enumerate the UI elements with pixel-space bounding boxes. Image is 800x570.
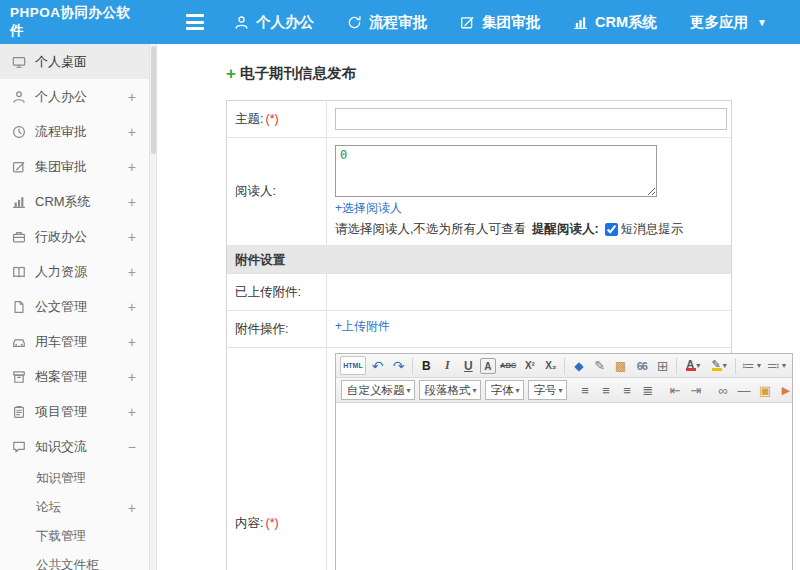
expand-icon[interactable]: + (128, 124, 136, 140)
editor-content-area[interactable] (336, 403, 792, 570)
sidebar-item-personal-desktop[interactable]: 个人桌面 (0, 44, 149, 79)
expand-icon[interactable]: + (128, 89, 136, 105)
sidebar-item-knowledge-exchange[interactable]: 知识交流 − (0, 429, 149, 464)
align-justify-button[interactable]: ≣ (639, 381, 658, 400)
sidebar-item-personal-office[interactable]: 个人办公 + (0, 79, 149, 114)
sidebar-item-human-resources[interactable]: 人力资源 + (0, 254, 149, 289)
topnav-process-approval[interactable]: 流程审批 (347, 13, 427, 32)
readers-hint-text: 请选择阅读人,不选为所有人可查看 (335, 221, 526, 238)
redo-button[interactable]: ↷ (389, 356, 408, 375)
sidebar-item-crm-system[interactable]: CRM系统 + (0, 184, 149, 219)
expand-icon[interactable]: + (128, 404, 136, 420)
format-painter-button[interactable]: ✎ (590, 356, 609, 375)
expand-icon[interactable]: + (128, 159, 136, 175)
toolbar-separator (735, 358, 736, 374)
unordered-list-button[interactable]: ≔ ▾ (740, 356, 763, 375)
sidebar-item-label: 用车管理 (35, 333, 87, 351)
topnav-group-approval[interactable]: 集团审批 (460, 13, 540, 32)
indent-button[interactable]: ⇥ (687, 381, 706, 400)
sidebar-item-label: 个人桌面 (35, 53, 87, 71)
collapse-icon[interactable]: − (128, 439, 136, 455)
ordered-list-button[interactable]: ≕ ▾ (765, 356, 788, 375)
form-row-attachment-ops: 附件操作: +上传附件 (227, 311, 731, 348)
form-row-content: 内容: (*) HTML ↶ ↷ B I U A ABC X² (227, 348, 731, 570)
subject-input[interactable] (335, 108, 727, 130)
expand-icon[interactable]: + (128, 229, 136, 245)
expand-icon[interactable]: + (128, 264, 136, 280)
sidebar-item-group-approval[interactable]: 集团审批 + (0, 149, 149, 184)
horizontal-rule-button[interactable]: — (735, 381, 754, 400)
sidebar-subitem-public-file-cabinet[interactable]: 公共文件柜 (0, 551, 149, 570)
content-label: 内容: (*) (227, 348, 327, 570)
text-format-button[interactable]: A (480, 358, 496, 374)
align-right-button[interactable]: ≡ (618, 381, 637, 400)
undo-button[interactable]: ↶ (368, 356, 387, 375)
desktop-icon (12, 55, 26, 69)
choose-readers-link[interactable]: +选择阅读人 (335, 201, 402, 215)
sms-notify-checkbox[interactable] (605, 223, 618, 236)
source-code-button[interactable]: HTML (340, 356, 366, 375)
insert-table-button[interactable]: ⊞ (653, 356, 672, 375)
italic-button[interactable]: I (438, 356, 457, 375)
sidebar-item-vehicle-management[interactable]: 用车管理 + (0, 324, 149, 359)
topnav-personal-office[interactable]: 个人办公 (234, 13, 314, 32)
superscript-button[interactable]: X² (520, 356, 539, 375)
expand-icon[interactable]: + (128, 500, 136, 516)
briefcase-icon (12, 230, 26, 244)
toolbar-separator (676, 358, 677, 374)
sms-notify-option[interactable]: 短消息提示 (605, 221, 684, 238)
expand-icon[interactable]: + (128, 369, 136, 385)
blockquote-button[interactable]: 66 (632, 356, 651, 375)
sidebar-item-admin-office[interactable]: 行政办公 + (0, 219, 149, 254)
paragraph-format-select[interactable]: 段落格式 ▾ (419, 380, 481, 400)
sidebar-subitem-download-management[interactable]: 下载管理 (0, 522, 149, 551)
sidebar-item-document-management[interactable]: 公文管理 + (0, 289, 149, 324)
refresh-cycle-icon (347, 15, 362, 30)
align-left-button[interactable]: ≡ (576, 381, 595, 400)
chat-bubble-icon (12, 440, 26, 454)
insert-link-button[interactable]: ∞ (714, 381, 733, 400)
strikethrough-button[interactable]: ABC (498, 356, 519, 375)
bold-button[interactable]: B (417, 356, 436, 375)
custom-heading-select[interactable]: 自定义标题 ▾ (341, 380, 415, 400)
rich-text-editor: HTML ↶ ↷ B I U A ABC X² X₂ ◆ ✎ (335, 353, 793, 570)
insert-image-button[interactable]: ▣ (756, 381, 775, 400)
sidebar-item-project-management[interactable]: 项目管理 + (0, 394, 149, 429)
highlight-color-button[interactable]: ✎ ▾ (707, 356, 731, 375)
remove-format-button[interactable]: ◆ (569, 356, 588, 375)
outdent-button[interactable]: ⇤ (666, 381, 685, 400)
font-color-button[interactable]: A ▾ (681, 356, 705, 375)
clock-icon (12, 125, 26, 139)
readers-label: 阅读人: (227, 138, 327, 245)
clear-style-button[interactable]: ▩ (611, 356, 630, 375)
sidebar-subitem-label: 论坛 (36, 499, 61, 516)
topnav-more-apps[interactable]: 更多应用 ▼ (690, 13, 767, 32)
upload-attachment-link[interactable]: +上传附件 (335, 319, 390, 333)
sidebar-item-process-approval[interactable]: 流程审批 + (0, 114, 149, 149)
chevron-down-icon: ▾ (757, 361, 761, 370)
font-family-select[interactable]: 字体 ▾ (485, 380, 524, 400)
align-center-button[interactable]: ≡ (597, 381, 616, 400)
topnav-label: 个人办公 (256, 13, 314, 32)
uploaded-attachments-value (327, 274, 731, 310)
scrollbar-thumb[interactable] (151, 46, 156, 154)
archive-icon (12, 370, 26, 384)
expand-icon[interactable]: + (128, 194, 136, 210)
expand-icon[interactable]: + (128, 334, 136, 350)
insert-media-button[interactable]: ▶ (777, 381, 796, 400)
sidebar-subitem-forum[interactable]: 论坛 + (0, 493, 149, 522)
sidebar-subitem-knowledge-management[interactable]: 知识管理 (0, 464, 149, 493)
topnav-crm-system[interactable]: CRM系统 (573, 13, 657, 32)
expand-icon[interactable]: + (128, 299, 136, 315)
readers-textarea[interactable]: 0 (335, 145, 657, 197)
chevron-down-icon: ▾ (473, 386, 477, 395)
underline-button[interactable]: U (459, 356, 478, 375)
sidebar-item-archive-management[interactable]: 档案管理 + (0, 359, 149, 394)
car-icon (12, 335, 26, 349)
sidebar-item-label: 个人办公 (35, 88, 87, 106)
menu-toggle-button[interactable] (186, 14, 204, 30)
sidebar-scrollbar[interactable] (150, 44, 157, 570)
subscript-button[interactable]: X₂ (541, 356, 560, 375)
font-size-select[interactable]: 字号 ▾ (528, 380, 567, 400)
sidebar-item-label: 人力资源 (35, 263, 87, 281)
